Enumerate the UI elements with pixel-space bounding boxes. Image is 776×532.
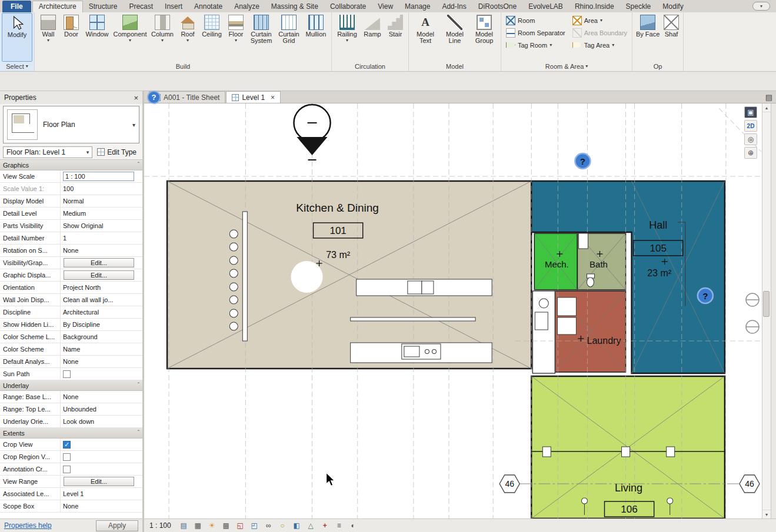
crop-region-checkbox[interactable] (63, 453, 71, 461)
section-extents[interactable]: Extentsˆ (0, 428, 142, 439)
tab-annotate[interactable]: Annotate (188, 1, 228, 12)
shaft-button[interactable]: Shaf (661, 13, 681, 62)
properties-help-link[interactable]: Properties help (4, 521, 52, 530)
area-boundary-icon (572, 28, 582, 38)
scrollbar-thumb[interactable] (763, 291, 770, 317)
panel-label-opening: Op (634, 62, 681, 71)
mullion-button[interactable]: Mullion (302, 13, 329, 62)
sun-path-icon[interactable]: ☀ (207, 521, 217, 531)
ramp-button[interactable]: Ramp (361, 13, 384, 62)
drawing-viewport[interactable]: 46 46 Kitchen & Dining 101 (144, 103, 762, 518)
properties-header[interactable]: Properties × (0, 91, 142, 104)
stair-button[interactable]: Stair (384, 13, 407, 62)
crop-view-icon[interactable]: ◱ (235, 521, 245, 531)
visual-style-icon[interactable]: ▦ (193, 521, 203, 531)
room-button[interactable]: Room (503, 14, 568, 26)
column-button[interactable]: Column▾ (148, 13, 176, 62)
tab-file[interactable]: File (2, 1, 31, 12)
tab-add-ins[interactable]: Add-Ins (436, 1, 472, 12)
property-row-crop-view: Crop View (0, 439, 142, 451)
tab-manage[interactable]: Manage (399, 1, 436, 12)
chevron-down-icon[interactable]: ▾ (132, 122, 135, 128)
roof-button[interactable]: Roof▾ (176, 13, 199, 62)
show-crop-region-icon[interactable]: ◰ (249, 521, 259, 531)
close-icon[interactable]: × (134, 93, 138, 102)
edit-button[interactable]: Edit... (64, 258, 134, 267)
section-graphics[interactable]: Graphicsˆ (0, 160, 142, 170)
window-button[interactable]: Window (82, 13, 112, 62)
view-cube-icon[interactable]: ▣ (744, 106, 757, 118)
tab-massing-site[interactable]: Massing & Site (265, 1, 324, 12)
tab-insert[interactable]: Insert (159, 1, 188, 12)
area-button[interactable]: Area▾ (569, 14, 630, 26)
hide-analytical-model-icon[interactable]: △ (306, 521, 316, 531)
tab-precast[interactable]: Precast (123, 1, 159, 12)
temporary-view-properties-icon[interactable]: ◧ (292, 521, 302, 531)
shadows-icon[interactable]: ▩ (221, 521, 231, 531)
curtain-grid-button[interactable]: Curtain Grid (275, 13, 302, 62)
tab-modify[interactable]: Modify (657, 1, 689, 12)
model-line-button[interactable]: Model Line (440, 13, 469, 62)
editable-only-icon[interactable]: ◐ (348, 521, 358, 531)
scroll-down-icon[interactable]: ▾ (762, 510, 771, 518)
zoom-icon[interactable]: ⊕ (744, 147, 757, 159)
edit-button[interactable]: Edit... (64, 270, 134, 280)
tab-architecture[interactable]: Architecture (32, 1, 83, 12)
annotation-crop-checkbox[interactable] (63, 466, 71, 473)
door-icon (64, 15, 79, 30)
view-scale-button[interactable]: 1 : 100 (149, 521, 175, 530)
property-row-graphic-display: Graphic Displa...Edit... (0, 269, 142, 282)
view-tab-level-1[interactable]: Level 1× (226, 91, 281, 103)
model-group-button[interactable]: Model Group (469, 13, 499, 62)
floor-button[interactable]: Floor▾ (225, 13, 247, 62)
tab-analyze[interactable]: Analyze (228, 1, 265, 12)
tag-area-button[interactable]: Tag Area▾ (569, 39, 630, 51)
2d-mode-icon[interactable]: 2D (744, 120, 757, 132)
tab-dirootsone[interactable]: DiRootsOne (472, 1, 522, 12)
by-face-button[interactable]: By Face (634, 13, 661, 62)
edit-button[interactable]: Edit... (64, 477, 134, 486)
panel-label-room-area[interactable]: Room & Area▾ (503, 62, 630, 71)
detail-level-icon[interactable]: ▤ (179, 521, 189, 531)
room-separator-button[interactable]: Room Separator (503, 26, 568, 39)
by-face-icon (640, 15, 655, 30)
property-row-wall-join: Wall Join Disp...Clean all wall jo... (0, 294, 142, 306)
room-label-kitchen: Kitchen & Dining (296, 202, 379, 214)
tab-view[interactable]: View (372, 1, 399, 12)
tab-rhino-inside[interactable]: Rhino.Inside (569, 1, 620, 12)
model-text-button[interactable]: Model Text (411, 13, 440, 62)
ribbon-display-toggle-icon[interactable]: ▾ (752, 2, 770, 11)
scroll-up-icon[interactable]: ▴ (762, 103, 771, 112)
tab-structure[interactable]: Structure (83, 1, 124, 12)
tab-collaborate[interactable]: Collaborate (324, 1, 372, 12)
section-underlay[interactable]: Underlayˆ (0, 380, 142, 391)
view-list-menu-icon[interactable]: ▤ (765, 93, 772, 102)
close-icon[interactable]: × (271, 93, 275, 102)
type-selector[interactable]: Floor Plan ▾ (3, 106, 139, 143)
grid-bubble-left[interactable]: 46 (499, 475, 519, 493)
component-button[interactable]: Component▾ (112, 13, 148, 62)
crop-view-checkbox[interactable] (63, 441, 71, 449)
sun-path-checkbox[interactable] (63, 370, 71, 378)
panel-label-select[interactable]: Select▾ (2, 62, 32, 71)
tag-room-button[interactable]: Tag Room▾ (503, 39, 568, 51)
ceiling-button[interactable]: Ceiling (199, 13, 225, 62)
edit-type-button[interactable]: Edit Type (94, 146, 139, 158)
grid-bubble-right[interactable]: 46 (740, 475, 760, 493)
wall-button[interactable]: Wall▾ (36, 13, 60, 62)
temporary-hide-isolate-icon[interactable]: ∞ (264, 521, 274, 531)
modify-button[interactable]: Modify (2, 13, 32, 62)
tab-evolvelab[interactable]: EvolveLAB (522, 1, 569, 12)
worksharing-display-icon[interactable]: ≡ (334, 521, 344, 531)
view-selector[interactable]: Floor Plan: Level 1▾ (3, 146, 92, 158)
railing-button[interactable]: Railing▾ (334, 13, 361, 62)
reveal-constraints-icon[interactable]: + (320, 521, 330, 531)
curtain-system-button[interactable]: Curtain System (247, 13, 275, 62)
apply-button[interactable]: Apply (96, 520, 138, 531)
reveal-hidden-elements-icon[interactable]: ○ (278, 521, 288, 531)
steering-wheel-icon[interactable]: ◎ (744, 133, 757, 145)
door-button[interactable]: Door (60, 13, 82, 62)
drawing-canvas-area: ? A001 - Title Sheet Level 1× ▤ (144, 91, 776, 532)
vertical-scrollbar[interactable]: ▴ ▾ (762, 103, 771, 518)
tab-speckle[interactable]: Speckle (620, 1, 657, 12)
